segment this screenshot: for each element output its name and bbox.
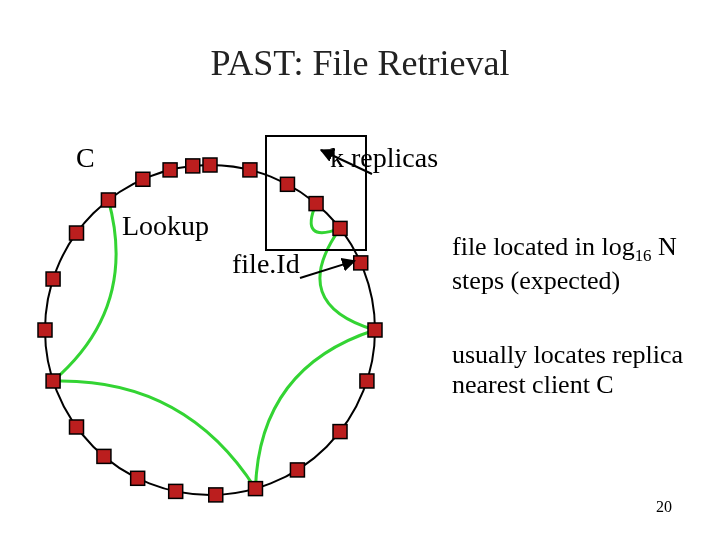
ring-node — [163, 163, 177, 177]
ring-node — [290, 463, 304, 477]
label-fileid: file.Id — [232, 248, 300, 280]
ring-node — [354, 256, 368, 270]
ring-node — [243, 163, 257, 177]
lookup-hop — [53, 200, 116, 381]
ring-node — [333, 425, 347, 439]
ring-node — [360, 374, 374, 388]
label-client-c: C — [76, 142, 95, 174]
text-locates-replica: usually locates replica — [452, 340, 683, 369]
ring-node — [131, 471, 145, 485]
ring-node — [97, 449, 111, 463]
ring-node — [46, 374, 60, 388]
text-log-sub: 16 — [635, 246, 652, 265]
ring-node — [280, 177, 294, 191]
ring-node — [46, 272, 60, 286]
text-nearest-replica: usually locates replica nearest client C — [452, 340, 683, 400]
arrow-fileid — [300, 261, 355, 278]
ring-node — [248, 482, 262, 496]
text-log-pre: file located in log — [452, 232, 635, 261]
ring-node — [169, 484, 183, 498]
ring-node — [101, 193, 115, 207]
label-k-replicas: k replicas — [330, 142, 438, 174]
ring-node — [38, 323, 52, 337]
ring-node — [70, 420, 84, 434]
ring-node — [368, 323, 382, 337]
text-nearest-client: nearest client C — [452, 370, 614, 399]
text-log-post: N — [652, 232, 677, 261]
ring-node — [333, 221, 347, 235]
ring-node — [209, 488, 223, 502]
lookup-hop — [255, 330, 375, 489]
ring-node — [203, 158, 217, 172]
text-log-steps: file located in log16 N steps (expected) — [452, 232, 677, 296]
ring-node — [309, 197, 323, 211]
text-steps-expected: steps (expected) — [452, 266, 620, 295]
page-number: 20 — [656, 498, 672, 516]
label-lookup: Lookup — [122, 210, 209, 242]
ring-node — [70, 226, 84, 240]
ring-node — [136, 172, 150, 186]
ring-node — [186, 159, 200, 173]
